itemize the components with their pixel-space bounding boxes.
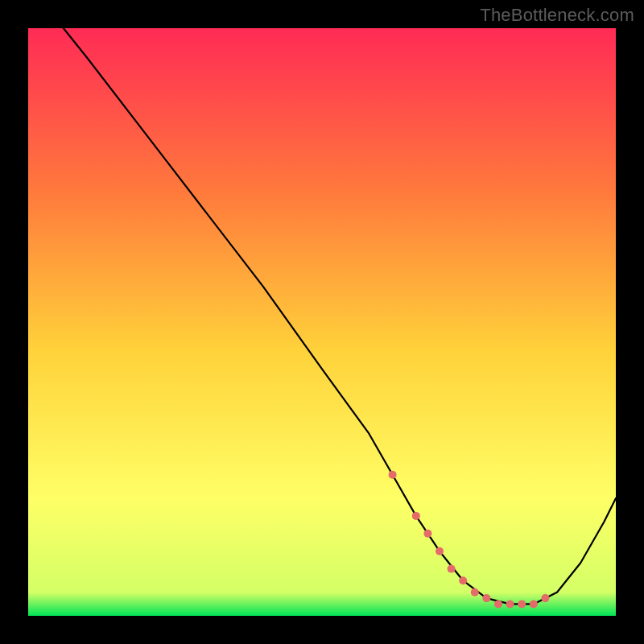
marker-dot: [482, 594, 490, 602]
marker-dot: [448, 565, 456, 573]
gradient-background: [28, 28, 616, 616]
marker-dot: [494, 600, 502, 608]
marker-dot: [459, 576, 467, 584]
marker-dot: [530, 600, 538, 608]
marker-dot: [436, 547, 444, 555]
marker-dot: [506, 600, 514, 608]
marker-dot: [541, 594, 549, 602]
plot-area: [28, 28, 616, 616]
marker-dot: [518, 600, 526, 608]
watermark-text: TheBottleneck.com: [480, 5, 634, 26]
marker-dot: [471, 588, 479, 597]
chart-svg: [28, 28, 616, 616]
marker-dot: [423, 530, 431, 538]
marker-dot: [389, 471, 397, 479]
chart-frame: TheBottleneck.com: [0, 0, 644, 644]
marker-dot: [412, 512, 420, 520]
